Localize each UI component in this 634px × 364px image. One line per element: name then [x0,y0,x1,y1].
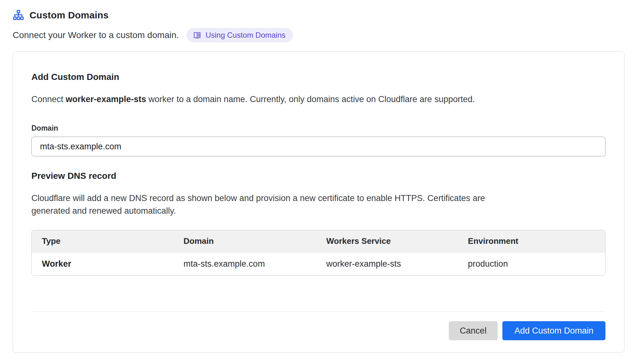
docs-link-label: Using Custom Domains [206,31,285,40]
cell-workers-service: worker-example-sts [316,252,458,276]
add-custom-domain-card: Add Custom Domain Connect worker-example… [13,51,624,353]
table-header-row: Type Domain Workers Service Environment [32,230,605,252]
column-header-type: Type [32,230,173,252]
preview-heading: Preview DNS record [31,171,605,181]
card-description: Connect worker-example-sts worker to a d… [31,93,605,106]
cell-environment: production [458,252,605,276]
domain-field-label: Domain [31,124,605,133]
subtitle-row: Connect your Worker to a custom domain. … [13,28,634,42]
open-book-icon [193,31,201,40]
preview-description: Cloudflare will add a new DNS record as … [31,192,498,217]
domain-input[interactable] [31,137,605,156]
description-prefix: Connect [31,94,66,104]
sitemap-icon [13,10,24,21]
column-header-domain: Domain [173,230,316,252]
footer-divider [31,311,605,312]
cell-type: Worker [32,252,173,276]
worker-name: worker-example-sts [66,94,146,104]
page-header: Custom Domains Connect your Worker to a … [0,0,634,42]
card-heading: Add Custom Domain [31,72,605,82]
page-subtitle: Connect your Worker to a custom domain. [13,30,179,40]
column-header-workers-service: Workers Service [316,230,458,252]
actions-row: Cancel Add Custom Domain [31,321,605,340]
column-header-environment: Environment [458,230,605,252]
dns-preview-table: Type Domain Workers Service Environment … [31,230,605,276]
description-suffix: worker to a domain name. Currently, only… [146,94,475,104]
docs-link-badge[interactable]: Using Custom Domains [186,28,293,42]
table-row: Worker mta-sts.example.com worker-exampl… [32,252,605,276]
page-title: Custom Domains [29,10,109,21]
cell-domain: mta-sts.example.com [173,252,316,276]
cancel-button[interactable]: Cancel [449,321,498,340]
add-custom-domain-button[interactable]: Add Custom Domain [502,321,605,340]
title-row: Custom Domains [13,10,634,21]
